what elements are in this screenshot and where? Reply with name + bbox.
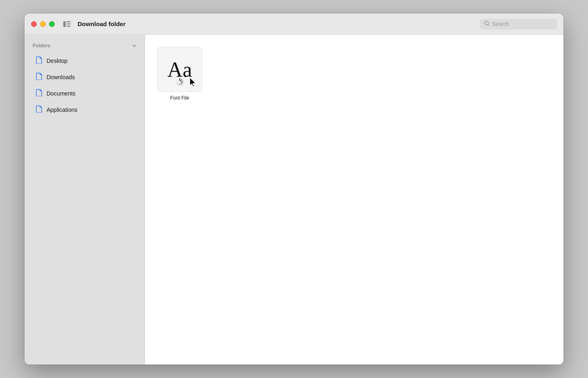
svg-line-12 [178, 83, 178, 84]
main-area: Aa [145, 35, 564, 365]
maximize-button[interactable] [49, 21, 55, 27]
content-area: Folders Desktop [24, 35, 564, 365]
svg-line-13 [176, 82, 178, 83]
document-icon [36, 73, 42, 82]
loading-spinner [176, 78, 183, 87]
close-button[interactable] [31, 21, 37, 27]
search-icon [484, 21, 490, 27]
svg-line-7 [180, 80, 181, 81]
file-label: Font File [170, 95, 189, 101]
sidebar-item-applications[interactable]: Applications [28, 102, 141, 118]
document-icon [36, 56, 42, 65]
svg-rect-3 [67, 26, 71, 27]
traffic-lights [31, 21, 55, 27]
sidebar-item-downloads[interactable]: Downloads [28, 69, 141, 85]
svg-rect-2 [67, 23, 71, 24]
document-icon [36, 105, 42, 114]
sidebar-item-documents[interactable]: Documents [28, 85, 141, 102]
svg-line-8 [181, 81, 183, 82]
file-grid: Aa [157, 47, 551, 101]
svg-rect-1 [67, 21, 71, 22]
finder-window: Download folder Search Folders [24, 13, 564, 365]
sidebar-item-desktop[interactable]: Desktop [28, 53, 141, 69]
document-icon [36, 89, 42, 98]
svg-line-9 [181, 83, 183, 83]
file-icon-wrapper: Aa [157, 47, 202, 92]
titlebar: Download folder Search [24, 13, 564, 35]
svg-line-5 [488, 24, 489, 26]
chevron-down-icon[interactable] [132, 43, 136, 49]
search-placeholder: Search [492, 21, 509, 27]
sidebar-section-header: Folders [24, 43, 145, 53]
sidebar-item-label-applications: Applications [47, 107, 78, 113]
sidebar-item-label-desktop: Desktop [47, 58, 67, 64]
font-preview-text: Aa [167, 58, 192, 82]
minimize-button[interactable] [40, 21, 46, 27]
svg-rect-0 [63, 21, 66, 27]
window-title: Download folder [78, 20, 479, 27]
sidebar-item-label-documents: Documents [47, 90, 76, 97]
sidebar-toggle-button[interactable] [61, 18, 73, 30]
file-item-font[interactable]: Aa [157, 47, 202, 101]
sidebar-section-title: Folders [33, 43, 50, 49]
search-bar[interactable]: Search [479, 19, 557, 29]
svg-line-10 [181, 84, 182, 85]
sidebar: Folders Desktop [24, 35, 145, 365]
sidebar-item-label-downloads: Downloads [47, 74, 75, 80]
